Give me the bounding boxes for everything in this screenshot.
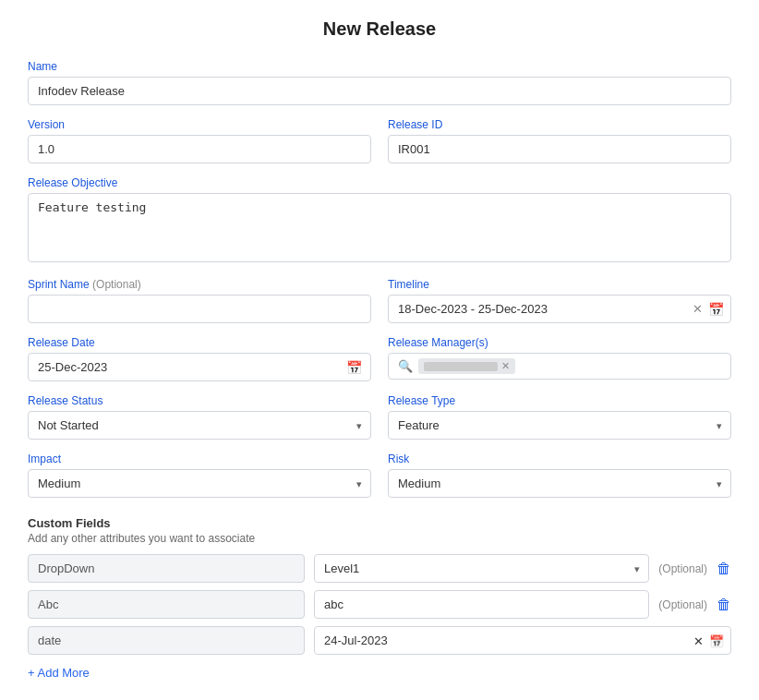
release-id-input[interactable]: [388, 135, 731, 163]
timeline-wrapper: ✕ 📅: [388, 295, 731, 323]
custom-fields-subtitle: Add any other attributes you want to ass…: [28, 532, 731, 545]
timeline-calendar-icon[interactable]: 📅: [708, 302, 724, 317]
sprint-name-label: Sprint Name (Optional): [28, 278, 371, 291]
custom-field-select-dropdown: Level1 Level2 Level3 ▾: [314, 554, 649, 583]
custom-field-date-clear-icon[interactable]: ✕: [693, 634, 704, 647]
name-input[interactable]: [28, 77, 731, 105]
timeline-actions: ✕ 📅: [693, 302, 724, 317]
impact-label: Impact: [28, 453, 371, 465]
release-status-select[interactable]: Not Started In Progress Completed: [28, 411, 371, 440]
release-date-wrapper: 📅: [28, 353, 371, 381]
custom-field-abc-wrapper: [314, 590, 649, 619]
release-status-wrapper: Not Started In Progress Completed ▾: [28, 411, 371, 440]
manager-search-icon: 🔍: [398, 359, 413, 373]
release-status-label: Release Status: [28, 394, 371, 407]
custom-field-abc-optional: (Optional): [658, 598, 707, 611]
version-field-group: Version: [28, 118, 371, 163]
timeline-clear-icon[interactable]: ✕: [693, 302, 703, 316]
impact-select[interactable]: Low Medium High: [28, 469, 371, 498]
risk-wrapper: Low Medium High ▾: [388, 469, 731, 498]
name-field-group: Name: [28, 60, 731, 105]
release-manager-input[interactable]: 🔍 ✕: [388, 353, 731, 380]
version-input[interactable]: [28, 135, 371, 163]
custom-field-dropdown-select[interactable]: Level1 Level2 Level3: [314, 554, 649, 583]
custom-field-name-date: date: [28, 626, 305, 655]
release-objective-label: Release Objective: [28, 176, 731, 189]
add-more-button[interactable]: + Add More: [28, 666, 90, 680]
release-manager-field-group: Release Manager(s) 🔍 ✕: [388, 336, 731, 381]
version-releaseid-row: Version Release ID: [28, 118, 731, 176]
custom-field-dropdown-optional: (Optional): [658, 562, 707, 575]
release-type-wrapper: Feature Bug Fix Patch ▾: [388, 411, 731, 440]
date-manager-row: Release Date 📅 Release Manager(s) 🔍 ✕: [28, 336, 731, 394]
sprint-name-field-group: Sprint Name (Optional): [28, 278, 371, 323]
release-status-field-group: Release Status Not Started In Progress C…: [28, 394, 371, 440]
release-date-field-group: Release Date 📅: [28, 336, 371, 381]
manager-chip-close-icon[interactable]: ✕: [501, 360, 510, 372]
release-date-input[interactable]: [28, 353, 371, 381]
manager-chip-name: [424, 362, 498, 371]
custom-fields-title: Custom Fields: [28, 516, 731, 530]
timeline-input[interactable]: [388, 295, 731, 323]
impact-field-group: Impact Low Medium High ▾: [28, 453, 371, 498]
impact-risk-row: Impact Low Medium High ▾ Risk Low Medium: [28, 453, 731, 511]
custom-field-date-wrapper: ✕ 📅: [314, 626, 731, 655]
release-id-field-group: Release ID: [388, 118, 731, 163]
manager-chip: ✕: [418, 358, 515, 374]
custom-field-date-calendar-icon[interactable]: 📅: [709, 634, 724, 647]
release-type-select[interactable]: Feature Bug Fix Patch: [388, 411, 731, 440]
custom-field-abc-input[interactable]: [314, 590, 649, 619]
release-objective-field-group: Release Objective Feature testing: [28, 176, 731, 265]
timeline-field-group: Timeline ✕ 📅: [388, 278, 731, 323]
sprint-name-input[interactable]: [28, 295, 371, 323]
custom-field-name-dropdown: DropDown: [28, 554, 305, 583]
status-type-row: Release Status Not Started In Progress C…: [28, 394, 731, 453]
custom-field-date-actions: ✕ 📅: [693, 634, 724, 647]
custom-field-date-input[interactable]: [314, 626, 731, 655]
release-id-label: Release ID: [388, 118, 731, 131]
sprint-timeline-row: Sprint Name (Optional) Timeline ✕ 📅: [28, 278, 731, 336]
release-type-label: Release Type: [388, 394, 731, 407]
custom-field-name-abc: Abc: [28, 590, 305, 619]
form-section: Name Version Release ID Release Objectiv…: [28, 60, 731, 700]
custom-field-row-date: date ✕ 📅: [28, 626, 731, 655]
custom-field-row-abc: Abc (Optional) 🗑: [28, 590, 731, 619]
page-title: New Release: [28, 18, 731, 40]
timeline-label: Timeline: [388, 278, 731, 291]
name-label: Name: [28, 60, 731, 73]
release-type-field-group: Release Type Feature Bug Fix Patch ▾: [388, 394, 731, 440]
page-container: New Release Name Version Release ID Rele…: [0, 0, 759, 700]
risk-field-group: Risk Low Medium High ▾: [388, 453, 731, 498]
risk-select[interactable]: Low Medium High: [388, 469, 731, 498]
impact-wrapper: Low Medium High ▾: [28, 469, 371, 498]
release-manager-label: Release Manager(s): [388, 336, 731, 349]
version-label: Version: [28, 118, 371, 131]
custom-field-abc-delete-icon[interactable]: 🗑: [717, 597, 731, 613]
risk-label: Risk: [388, 453, 731, 465]
release-date-label: Release Date: [28, 336, 371, 349]
custom-fields-section: Custom Fields Add any other attributes y…: [28, 516, 731, 680]
custom-field-dropdown-delete-icon[interactable]: 🗑: [717, 561, 731, 577]
custom-field-row-dropdown: DropDown Level1 Level2 Level3 ▾ (Optiona…: [28, 554, 731, 583]
release-objective-input[interactable]: Feature testing: [28, 193, 731, 262]
